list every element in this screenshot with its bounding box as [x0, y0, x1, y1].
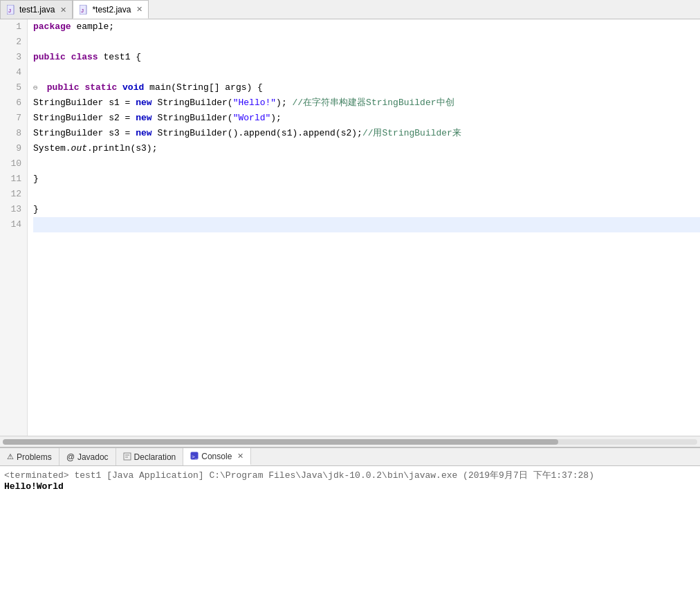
bottom-panel: ⚠ Problems @ Javadoc Declaration >_ Cons… — [0, 447, 700, 592]
code-line-5: ⊖ public static void main(String[] args)… — [33, 80, 700, 95]
line-number-2: 2 — [6, 35, 21, 50]
token: } — [33, 174, 39, 184]
java-file-icon-1: J — [6, 5, 16, 15]
line-number-1: 1 — [6, 19, 21, 35]
token: ); — [270, 113, 282, 123]
declaration-icon — [123, 452, 131, 462]
token — [42, 82, 47, 93]
line-number-10: 10 — [6, 156, 21, 172]
scrollbar-track[interactable] — [3, 439, 697, 445]
token: new — [136, 98, 151, 108]
code-area[interactable]: package eample; public class test1 { ⊖ p… — [28, 19, 700, 436]
console-output-text: Hello!World — [4, 481, 696, 492]
token: eample; — [71, 21, 114, 32]
token: "World" — [233, 113, 271, 123]
token: out — [71, 143, 87, 154]
code-line-4 — [33, 65, 700, 80]
token: main(String[] args) { — [144, 82, 263, 93]
line-number-9: 9 — [6, 141, 21, 156]
token: //用StringBuilder来 — [362, 128, 461, 138]
token: public — [33, 52, 66, 62]
line-number-13: 13 — [6, 202, 21, 217]
problems-icon: ⚠ — [7, 452, 14, 461]
scrollbar-thumb[interactable] — [3, 439, 558, 445]
editor-area: 1234567891011121314 package eample; publ… — [0, 19, 700, 436]
token: "Hello!" — [233, 98, 276, 108]
code-line-9: System.out.println(s3); — [33, 141, 700, 156]
tab-close-test2[interactable]: ✕ — [136, 5, 142, 14]
svg-rect-4 — [124, 453, 131, 460]
tab-problems-label: Problems — [17, 452, 52, 462]
line-number-5: 5 — [6, 80, 21, 95]
tab-declaration[interactable]: Declaration — [116, 448, 184, 465]
line-number-6: 6 — [6, 95, 21, 111]
token: .println(s3); — [87, 143, 157, 154]
line-number-11: 11 — [6, 172, 21, 187]
token: StringBuilder s1 = — [33, 98, 136, 108]
horizontal-scrollbar[interactable] — [0, 436, 700, 447]
tab-test1[interactable]: J test1.java ✕ — [0, 0, 73, 19]
tab-problems[interactable]: ⚠ Problems — [0, 448, 59, 465]
line-number-14: 14 — [6, 217, 21, 232]
tab-label-test1: test1.java — [19, 5, 55, 15]
code-line-1: package eample; — [33, 19, 700, 35]
code-line-11: } — [33, 172, 700, 187]
token: StringBuilder s3 = — [33, 128, 136, 138]
console-terminated-line: <terminated> test1 [Java Application] C:… — [4, 469, 696, 481]
token: class — [71, 52, 98, 62]
code-line-2 — [33, 35, 700, 50]
token — [117, 82, 122, 93]
line-number-7: 7 — [6, 111, 21, 126]
line-numbers: 1234567891011121314 — [0, 19, 28, 436]
svg-text:J: J — [81, 8, 84, 14]
token: static — [84, 82, 117, 93]
token: new — [136, 128, 151, 138]
javadoc-icon: @ — [66, 452, 75, 462]
token: new — [136, 113, 151, 123]
code-line-12 — [33, 187, 700, 202]
token: System. — [33, 143, 71, 154]
line-number-12: 12 — [6, 187, 21, 202]
tab-console-label: Console — [201, 452, 232, 461]
breakpoint-marker: ⊖ — [33, 80, 42, 95]
code-line-13: } — [33, 202, 700, 217]
token: package — [33, 21, 71, 32]
svg-text:J: J — [8, 8, 11, 14]
code-line-6: StringBuilder s1 = new StringBuilder("He… — [33, 95, 700, 111]
console-icon: >_ — [190, 452, 199, 461]
console-tab-close[interactable]: ✕ — [237, 452, 243, 461]
tab-javadoc[interactable]: @ Javadoc — [59, 448, 116, 465]
code-line-8: StringBuilder s3 = new StringBuilder().a… — [33, 126, 700, 141]
tab-test2[interactable]: J *test2.java ✕ — [73, 0, 149, 19]
code-line-14 — [33, 217, 700, 232]
token — [66, 52, 71, 62]
token: StringBuilder s2 = — [33, 113, 136, 123]
line-number-8: 8 — [6, 126, 21, 141]
svg-text:>_: >_ — [192, 454, 199, 460]
tab-close-test1[interactable]: ✕ — [60, 6, 66, 15]
code-line-3: public class test1 { — [33, 50, 700, 65]
line-number-3: 3 — [6, 50, 21, 65]
tab-console[interactable]: >_ Console ✕ — [183, 448, 251, 465]
token: StringBuilder( — [152, 98, 233, 108]
token: void — [122, 82, 144, 93]
tab-javadoc-label: Javadoc — [77, 452, 109, 462]
token: //在字符串构建器StringBuilder中创 — [293, 98, 454, 108]
token: ); — [276, 98, 292, 108]
token: public — [47, 82, 80, 93]
console-output-area: <terminated> test1 [Java Application] C:… — [0, 466, 700, 592]
java-file-icon-2: J — [79, 5, 89, 15]
token: test1 { — [98, 52, 141, 62]
tab-label-test2: *test2.java — [92, 5, 131, 15]
code-line-10 — [33, 156, 700, 172]
line-number-4: 4 — [6, 65, 21, 80]
bottom-tab-bar: ⚠ Problems @ Javadoc Declaration >_ Cons… — [0, 448, 700, 466]
token: StringBuilder().append(s1).append(s2); — [152, 128, 362, 138]
tab-bar: J test1.java ✕ J *test2.java ✕ — [0, 0, 700, 19]
token: StringBuilder( — [152, 113, 233, 123]
tab-declaration-label: Declaration — [134, 452, 176, 462]
code-line-7: StringBuilder s2 = new StringBuilder("Wo… — [33, 111, 700, 126]
token: } — [33, 204, 39, 214]
